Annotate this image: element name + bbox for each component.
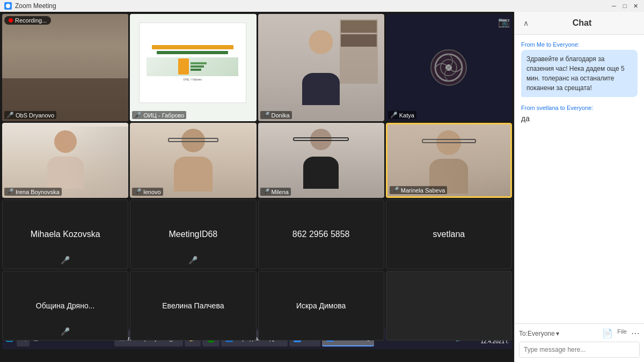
video-tile-katya: 📷 🎤 Katya: [386, 14, 512, 121]
chat-message-1: From Me to Everyone: Здравейте и благода…: [521, 41, 638, 97]
video-tile-marinela: 🎤 Marinela Sabeva: [386, 123, 512, 198]
video-tile-lenovo: 🎤 lenovo: [130, 123, 256, 198]
chat-to-label: To:: [519, 330, 528, 337]
milena-video: [258, 123, 384, 198]
chat-bubble-other: да: [521, 113, 638, 124]
window-title: Zoom Meeting: [15, 2, 56, 10]
obshtina-label: Община Дряно...: [32, 301, 99, 310]
obs-video: [2, 14, 128, 121]
video-tile-milena: 🎤 Milena: [258, 123, 384, 198]
video-area: Recording... 🎤 ObS Dryanovo: [0, 12, 514, 362]
chat-more-btn[interactable]: ⋯: [631, 328, 640, 338]
donika-video: [258, 14, 384, 121]
chat-input[interactable]: [519, 342, 640, 358]
name-tile-mihaela: Mihaela Kozovska 🎤: [2, 200, 128, 269]
chat-from-svetlana: From svetlana to Everyone:: [521, 105, 638, 111]
video-grid-extra: Община Дряно... 🎤 Евелина Палчева Искра …: [2, 271, 512, 324]
video-tile-oic: ОИЦ - Габрово 🎤 ОИЦ - Габрово: [130, 14, 256, 121]
video-tile-obs: 🎤 ObS Dryanovo: [2, 14, 128, 121]
chat-messages-area: From Me to Everyone: Здравейте и благода…: [515, 35, 644, 323]
oic-name-label: ОИЦ - Габрово: [143, 112, 184, 119]
obs-mic-icon: 🎤: [6, 112, 14, 119]
video-tile-donika: 🎤 Donika: [258, 14, 384, 121]
katya-name-label: Katya: [399, 112, 414, 119]
chat-recipient-label: Everyone: [528, 330, 555, 337]
lenovo-name-label: lenovo: [143, 189, 160, 195]
chat-file-btn[interactable]: 📄: [602, 328, 613, 338]
oic-mic-icon: 🎤: [134, 112, 142, 119]
chat-from-me: From Me to Everyone:: [521, 41, 638, 48]
svg-point-0: [6, 4, 10, 8]
camera-off-icon: 📷: [498, 16, 510, 28]
lenovo-mic-icon: 🎤: [134, 188, 142, 195]
chat-recipient-selector[interactable]: Everyone ▾: [528, 330, 559, 337]
lenovo-video: [130, 123, 256, 198]
obs-name: 🎤 ObS Dryanovo: [4, 111, 56, 119]
mihaela-label: Mihaela Kozovska: [26, 230, 105, 239]
chat-footer: To: Everyone ▾ 📄 File ⋯: [515, 323, 644, 362]
name-tile-evelina: Евелина Палчева: [130, 271, 256, 341]
name-tile-meeting68: MeetingID68 🎤: [130, 200, 256, 269]
katya-video: 📷: [386, 14, 512, 121]
obs-name-label: ObS Dryanovo: [16, 112, 54, 119]
rec-dot-icon: [9, 18, 13, 23]
meeting68-label: MeetingID68: [165, 230, 222, 239]
obs-logo-icon: [430, 49, 467, 86]
donika-mic-icon: 🎤: [262, 112, 270, 119]
chat-title: Chat: [529, 18, 635, 28]
chat-to-row: To: Everyone ▾ 📄 File ⋯: [519, 328, 640, 338]
app-icon: [4, 2, 12, 10]
irena-mic-icon: 🎤: [6, 188, 14, 195]
recording-label: Recording...: [15, 17, 47, 24]
donika-name-label: Donika: [272, 112, 290, 119]
milena-name: 🎤 Milena: [260, 188, 291, 196]
lenovo-name: 🎤 lenovo: [132, 188, 163, 196]
chat-bubble-me: Здравейте и благодаря за спазения час! Н…: [521, 50, 638, 97]
irena-video: [2, 123, 128, 198]
name-tile-phone: 862 2956 5858: [258, 200, 384, 269]
oic-name: 🎤 ОИЦ - Габрово: [132, 111, 186, 119]
phone-label: 862 2956 5858: [288, 230, 354, 239]
donika-name: 🎤 Donika: [260, 111, 292, 119]
name-tile-empty4: [386, 271, 512, 341]
iskra-label: Искра Димова: [292, 301, 350, 310]
meeting68-mic-icon: 🎤: [188, 256, 197, 264]
video-grid-middle: 🎤 Irena Boynovska 🎤 lenovo: [2, 123, 512, 198]
marinela-name: 🎤 Marinela Sabeva: [390, 186, 448, 194]
chevron-down-icon: ▾: [556, 330, 559, 337]
close-btn[interactable]: ✕: [631, 2, 640, 10]
chat-file-label: File: [617, 328, 627, 338]
irena-name-label: Irena Boynovska: [16, 189, 60, 195]
chat-from-me-label: From Me to Everyone:: [521, 41, 580, 48]
chat-panel: ∧ Chat From Me to Everyone: Здравейте и …: [514, 12, 644, 362]
chat-header: ∧ Chat: [515, 12, 644, 35]
name-tile-iskra: Искра Димова: [258, 271, 384, 341]
mihaela-mic-icon: 🎤: [61, 256, 70, 264]
recording-badge: Recording...: [4, 16, 51, 25]
video-grid-top: 🎤 ObS Dryanovo: [2, 14, 512, 121]
chat-collapse-btn[interactable]: ∧: [523, 19, 529, 27]
obshtina-mic-icon: 🎤: [61, 327, 70, 336]
katya-name: 🎤 Katya: [388, 111, 416, 119]
name-tile-svetlana: svetlana: [386, 200, 512, 269]
milena-name-label: Milena: [272, 189, 289, 195]
maximize-btn[interactable]: □: [620, 2, 629, 10]
chat-message-2: From svetlana to Everyone: да: [521, 105, 638, 124]
title-bar: Zoom Meeting ─ □ ✕: [0, 0, 644, 12]
katya-mic-icon: 🎤: [390, 112, 398, 119]
svetlana-label: svetlana: [429, 230, 470, 239]
oic-video: ОИЦ - Габрово: [130, 14, 256, 121]
marinela-name-label: Marinela Sabeva: [401, 187, 445, 194]
video-grid-bottom: Mihaela Kozovska 🎤 MeetingID68 🎤 862 295…: [2, 200, 512, 269]
evelina-label: Евелина Палчева: [158, 301, 228, 310]
video-tile-irena: 🎤 Irena Boynovska: [2, 123, 128, 198]
name-tile-obshtina: Община Дряно... 🎤: [2, 271, 128, 341]
irena-name: 🎤 Irena Boynovska: [4, 188, 62, 196]
chat-from-other-label: From svetlana to Everyone:: [521, 105, 594, 111]
marinela-video: [387, 124, 510, 196]
marinela-mic-icon: 🎤: [392, 187, 399, 194]
minimize-btn[interactable]: ─: [610, 2, 618, 10]
milena-mic-icon: 🎤: [262, 188, 270, 195]
